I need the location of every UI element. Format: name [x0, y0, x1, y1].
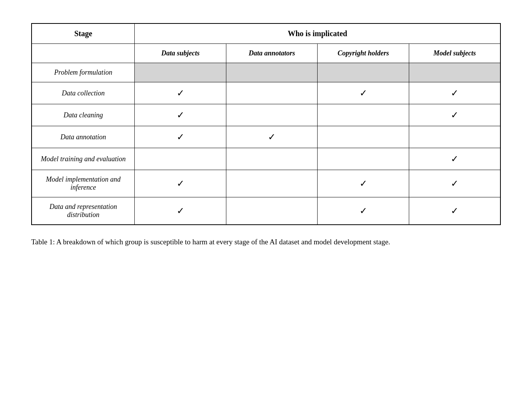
checkmark-icon: ✓ — [360, 206, 367, 216]
stage-subheader-empty — [32, 44, 135, 63]
data-subjects-cell — [135, 148, 226, 170]
table-row: Problem formulation — [32, 63, 500, 82]
model-subjects-header: Model subjects — [409, 44, 500, 63]
checkmark-icon: ✓ — [451, 154, 458, 164]
who-header: Who is implicated — [135, 23, 500, 44]
table-row: Data cleaning✓✓ — [32, 104, 500, 126]
stage-cell: Data and representation distribution — [32, 197, 135, 225]
stage-cell: Data cleaning — [32, 104, 135, 126]
data-subjects-cell: ✓ — [135, 170, 226, 197]
checkmark-icon: ✓ — [177, 206, 184, 216]
copyright-holders-header: Copyright holders — [318, 44, 409, 63]
data-subjects-cell: ✓ — [135, 197, 226, 225]
checkmark-icon: ✓ — [177, 179, 184, 189]
data-subjects-cell: ✓ — [135, 104, 226, 126]
model-subjects-cell: ✓ — [409, 170, 500, 197]
data-subjects-header: Data subjects — [135, 44, 226, 63]
model-subjects-cell: ✓ — [409, 82, 500, 104]
data-annotators-cell — [226, 63, 318, 82]
data-annotators-cell — [226, 104, 318, 126]
stage-cell: Model training and evaluation — [32, 148, 135, 170]
stage-cell: Model implementation and inference — [32, 170, 135, 197]
table-caption: Table 1: A breakdown of which group is s… — [31, 237, 501, 248]
checkmark-icon: ✓ — [451, 206, 458, 216]
data-annotators-cell — [226, 170, 318, 197]
checkmark-icon: ✓ — [177, 110, 184, 120]
copyright-holders-cell: ✓ — [318, 82, 409, 104]
checkmark-icon: ✓ — [451, 179, 458, 189]
checkmark-icon: ✓ — [177, 132, 184, 142]
stage-cell: Data annotation — [32, 126, 135, 148]
data-subjects-cell — [135, 63, 226, 82]
copyright-holders-cell: ✓ — [318, 170, 409, 197]
data-annotators-header: Data annotators — [226, 44, 318, 63]
checkmark-icon: ✓ — [268, 132, 276, 142]
stage-cell: Problem formulation — [32, 63, 135, 82]
model-subjects-cell — [409, 126, 500, 148]
page-container: Stage Who is implicated Data subjects Da… — [31, 23, 501, 248]
copyright-holders-cell — [318, 104, 409, 126]
main-table: Stage Who is implicated Data subjects Da… — [31, 23, 501, 225]
checkmark-icon: ✓ — [451, 110, 458, 120]
model-subjects-cell: ✓ — [409, 104, 500, 126]
data-annotators-cell — [226, 82, 318, 104]
model-subjects-cell: ✓ — [409, 148, 500, 170]
data-annotators-cell — [226, 148, 318, 170]
model-subjects-cell: ✓ — [409, 197, 500, 225]
table-row: Model training and evaluation✓ — [32, 148, 500, 170]
checkmark-icon: ✓ — [177, 88, 184, 98]
table-row: Data annotation✓✓ — [32, 126, 500, 148]
checkmark-icon: ✓ — [360, 88, 367, 98]
copyright-holders-cell — [318, 148, 409, 170]
data-annotators-cell: ✓ — [226, 126, 318, 148]
stage-cell: Data collection — [32, 82, 135, 104]
model-subjects-cell — [409, 63, 500, 82]
copyright-holders-cell — [318, 63, 409, 82]
copyright-holders-cell: ✓ — [318, 197, 409, 225]
checkmark-icon: ✓ — [451, 88, 458, 98]
stage-header: Stage — [32, 23, 135, 44]
table-row: Data and representation distribution✓✓✓ — [32, 197, 500, 225]
data-annotators-cell — [226, 197, 318, 225]
data-subjects-cell: ✓ — [135, 82, 226, 104]
table-row: Model implementation and inference✓✓✓ — [32, 170, 500, 197]
data-subjects-cell: ✓ — [135, 126, 226, 148]
checkmark-icon: ✓ — [360, 179, 367, 189]
copyright-holders-cell — [318, 126, 409, 148]
table-row: Data collection✓✓✓ — [32, 82, 500, 104]
